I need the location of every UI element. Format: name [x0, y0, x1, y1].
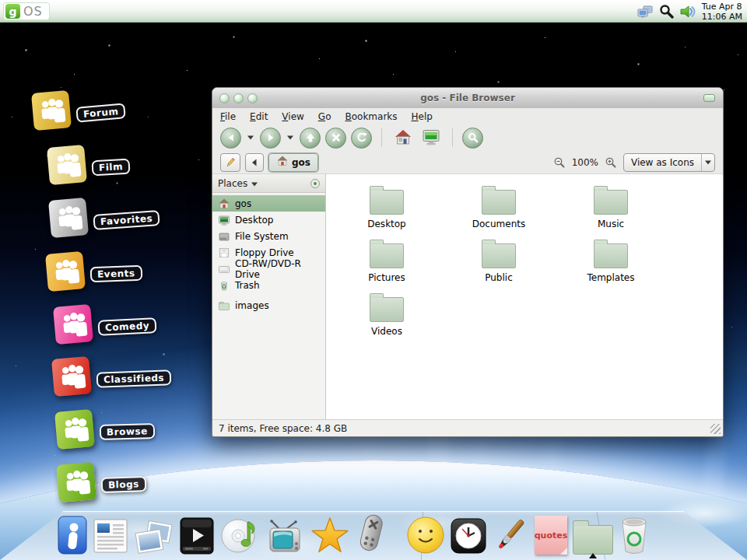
running-indicator: [589, 553, 597, 558]
floppy-icon: [218, 247, 230, 259]
window-close-button[interactable]: [219, 93, 230, 103]
smiley-icon[interactable]: [406, 516, 445, 555]
desktop-shortcut-film[interactable]: Film: [48, 146, 235, 193]
home-mini-icon: [276, 155, 289, 170]
folder-pictures[interactable]: Pictures: [331, 239, 443, 292]
folder-label: Documents: [472, 219, 525, 229]
reload-button[interactable]: [351, 128, 372, 149]
zoom-in-button[interactable]: [605, 156, 617, 169]
window-minimize-button[interactable]: [233, 93, 244, 103]
menu-bookmarks[interactable]: Bookmarks: [345, 111, 397, 122]
trash-icon: [218, 279, 230, 292]
menu-help[interactable]: Help: [412, 111, 433, 122]
clock-date: Tue Apr 8: [702, 2, 742, 12]
desktop-shortcut-favorites[interactable]: Favorites: [50, 199, 237, 246]
people-icon: [53, 304, 93, 345]
folder-label: Desktop: [367, 219, 406, 229]
folder-music[interactable]: Music: [555, 185, 667, 239]
menu-file[interactable]: File: [220, 111, 236, 122]
volume-icon[interactable]: [679, 5, 696, 19]
toolbar-separator: [381, 128, 382, 147]
people-icon: [31, 90, 72, 131]
places-close-button[interactable]: [310, 179, 320, 188]
paintbrush-icon[interactable]: [492, 516, 529, 555]
video-player-icon[interactable]: [180, 517, 214, 555]
music-icon[interactable]: [219, 516, 260, 555]
folder-label: Public: [485, 272, 513, 283]
drive-icon: [218, 230, 230, 243]
people-icon: [54, 409, 95, 450]
folder-label: Videos: [371, 326, 402, 337]
window-shade-button[interactable]: [703, 94, 715, 102]
star-icon[interactable]: [310, 516, 350, 555]
folder-documents[interactable]: Documents: [443, 185, 555, 239]
folder-icon[interactable]: [573, 525, 613, 555]
folder-icon: [594, 243, 628, 268]
forward-button[interactable]: [260, 128, 281, 149]
computer-button[interactable]: [419, 126, 443, 149]
sidebar-item-desktop[interactable]: Desktop: [212, 212, 325, 228]
photos-icon[interactable]: [134, 519, 174, 555]
sidebar-item-images[interactable]: images: [212, 297, 325, 313]
gos-logo-icon: g: [5, 4, 20, 19]
news-icon[interactable]: [93, 517, 128, 555]
sidebar-item-file-system[interactable]: File System: [212, 228, 325, 244]
messenger-icon[interactable]: [58, 516, 87, 555]
desktop-shortcut-events[interactable]: Events: [47, 253, 233, 299]
path-scroll-left-button[interactable]: [245, 153, 264, 172]
folder-templates[interactable]: Templates: [555, 239, 667, 292]
sidebar-item-label: File System: [235, 231, 289, 242]
menu-edit[interactable]: Edit: [250, 111, 268, 122]
tv-icon[interactable]: [265, 519, 304, 555]
up-button[interactable]: [300, 128, 321, 149]
path-button-gos[interactable]: gos: [268, 153, 318, 172]
menu-view[interactable]: View: [282, 111, 303, 122]
gos-menu-button[interactable]: g OS: [3, 2, 50, 20]
folder-label: Pictures: [368, 272, 405, 283]
toolbar: [212, 124, 723, 151]
search-button[interactable]: [462, 128, 483, 149]
places-header[interactable]: Places: [212, 174, 325, 193]
window-titlebar[interactable]: gos - File Browser: [212, 88, 723, 108]
sticky-note-label: quotes: [535, 530, 568, 541]
folder-public[interactable]: Public: [443, 239, 555, 292]
network-icon[interactable]: [637, 5, 654, 19]
chevron-down-icon[interactable]: [701, 154, 714, 171]
folder-icon: [594, 190, 628, 215]
sidebar-item-label: Floppy Drive: [235, 247, 294, 258]
view-mode-dropdown[interactable]: View as Icons: [623, 153, 715, 172]
folder-view[interactable]: DesktopDocumentsMusicPicturesPublicTempl…: [326, 174, 723, 419]
desktop-shortcut-blogs[interactable]: Blogs: [58, 464, 244, 510]
top-panel: g OS Tue Apr 8 11:06 AM: [0, 0, 747, 23]
home-button[interactable]: [391, 126, 415, 149]
folder-desktop[interactable]: Desktop: [331, 185, 443, 239]
chevron-down-icon[interactable]: [247, 135, 254, 140]
resize-grip[interactable]: [710, 424, 721, 434]
gos-logo-text: OS: [23, 4, 43, 19]
folder-label: Templates: [587, 272, 634, 283]
clock-icon[interactable]: [451, 517, 486, 555]
quotes-icon[interactable]: quotes: [535, 516, 567, 555]
chevron-down-icon[interactable]: [287, 135, 293, 140]
trash-icon[interactable]: [619, 516, 650, 555]
shortcut-label: Browse: [100, 423, 155, 440]
zoom-out-button[interactable]: [553, 156, 566, 169]
sidebar-item-cd-rw-dvd-r-drive[interactable]: CD-RW/DVD-R Drive: [212, 261, 325, 277]
shortcut-label: Forum: [75, 103, 126, 122]
back-button[interactable]: [220, 128, 241, 149]
menu-go[interactable]: Go: [318, 111, 331, 122]
window-maximize-button[interactable]: [247, 93, 258, 103]
chevron-down-icon: [251, 178, 258, 189]
sidebar-item-label: CD-RW/DVD-R Drive: [235, 258, 325, 280]
people-icon: [45, 251, 86, 292]
shortcut-label: Film: [92, 159, 131, 177]
gamepad-icon[interactable]: [356, 513, 387, 555]
people-icon: [51, 356, 92, 397]
folder-videos[interactable]: Videos: [331, 292, 443, 346]
window-title: gos - File Browser: [212, 93, 723, 103]
edit-location-button[interactable]: [220, 153, 240, 172]
sidebar-item-gos[interactable]: gos: [212, 195, 325, 212]
desktop-shortcut-forum[interactable]: Forum: [33, 92, 219, 138]
search-icon[interactable]: [659, 4, 674, 19]
stop-button[interactable]: [325, 128, 346, 149]
